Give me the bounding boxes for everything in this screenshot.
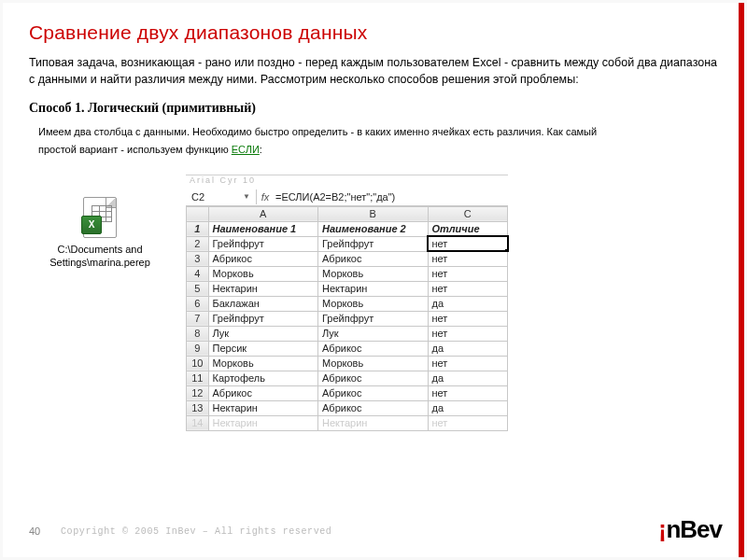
cell[interactable]: Отличие [428, 221, 508, 236]
table-row: 4МорковьМорковьнет [187, 266, 508, 281]
table-row: 9ПерсикАбрикосда [187, 341, 508, 356]
selected-cell[interactable]: нет [428, 236, 508, 251]
table-row: 6БаклажанМорковьда [187, 296, 508, 311]
name-box[interactable]: C2 ▼ [186, 189, 257, 204]
chevron-down-icon: ▼ [243, 192, 250, 201]
desc-prefix: простой вариант - используем функцию [38, 144, 232, 155]
col-header[interactable]: B [318, 206, 429, 221]
table-row: 5НектаринНектариннет [187, 281, 508, 296]
copyright: Copyright © 2005 InBev – All rights rese… [61, 526, 331, 537]
fx-icon[interactable]: fx [257, 191, 274, 203]
spreadsheet-grid[interactable]: A B C 1 Наименование 1 Наименование 2 От… [186, 206, 508, 431]
col-header[interactable]: A [208, 206, 318, 221]
col-header[interactable]: C [428, 206, 508, 221]
excel-screenshot: Arial Cyr 10 C2 ▼ fx =ЕСЛИ(A2=B2;"нет";"… [186, 175, 508, 431]
table-row: 8ЛукЛукнет [187, 326, 508, 341]
table-row: 7ГрейпфрутГрейпфрутнет [187, 311, 508, 326]
cell[interactable]: Наименование 1 [208, 221, 318, 236]
page-number: 40 [29, 525, 40, 537]
table-row: 12АбрикосАбрикоснет [187, 385, 508, 400]
col-header-row: A B C [187, 206, 508, 221]
row-header[interactable]: 1 [187, 221, 209, 236]
page-title: Сравнение двух диапазонов данных [29, 21, 718, 44]
content-row: X C:\Documents and Settings\marina.perep… [29, 175, 718, 431]
excel-file-icon: X [81, 197, 119, 238]
method-desc-line1: Имеем два столбца с данными. Необходимо … [38, 125, 718, 139]
formula-text: =ЕСЛИ(A2=B2;"нет";"да") [274, 191, 395, 203]
intro-text: Типовая задача, возникающая - рано или п… [29, 55, 718, 88]
table-row: 11КартофельАбрикосда [187, 371, 508, 385]
accent-strip [739, 3, 744, 557]
cell[interactable]: Грейпфрут [318, 236, 429, 251]
cell-ref: C2 [191, 191, 204, 203]
excel-toolbar: Arial Cyr 10 [186, 175, 508, 189]
corner-cell[interactable] [187, 206, 209, 221]
table-row: 3АбрикосАбрикоснет [187, 251, 508, 266]
row-header[interactable]: 2 [187, 236, 209, 251]
formula-bar: C2 ▼ fx =ЕСЛИ(A2=B2;"нет";"да") [186, 189, 508, 206]
table-row: 1 Наименование 1 Наименование 2 Отличие [187, 221, 508, 236]
table-row: 14НектаринНектариннет [187, 415, 508, 430]
table-row: 2 Грейпфрут Грейпфрут нет [187, 236, 508, 251]
method-desc-line2: простой вариант - используем функцию ЕСЛ… [38, 143, 718, 157]
brand-logo: !nBev [659, 515, 722, 544]
file-path-label: C:\Documents and Settings\marina.perep [35, 243, 165, 270]
method-heading: Способ 1. Логический (примитивный) [29, 101, 718, 116]
function-link[interactable]: ЕСЛИ [232, 144, 260, 155]
table-row: 10МорковьМорковьнет [187, 356, 508, 371]
cell[interactable]: Наименование 2 [318, 221, 429, 236]
slide: Сравнение двух диапазонов данных Типовая… [3, 3, 744, 557]
desc-suffix: : [260, 144, 262, 155]
file-attachment[interactable]: X C:\Documents and Settings\marina.perep [35, 197, 165, 270]
table-row: 13НектаринАбрикосда [187, 400, 508, 415]
cell[interactable]: Грейпфрут [208, 236, 318, 251]
